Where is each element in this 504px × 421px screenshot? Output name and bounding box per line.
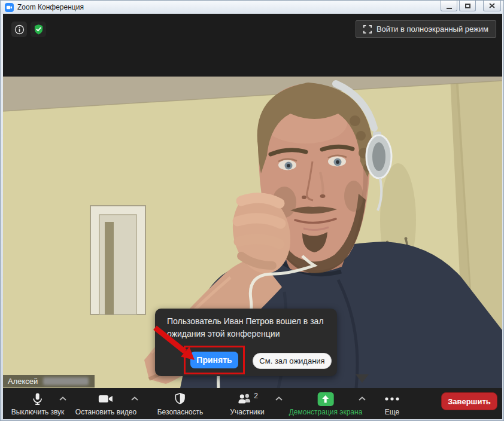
self-video-tile: Алексей Пользователь Иван Петров вошел в… (3, 77, 502, 388)
participant-name: Алексей (8, 375, 38, 388)
close-button[interactable] (483, 1, 501, 11)
mute-chevron-up-icon[interactable] (59, 396, 66, 401)
microphone-icon (31, 392, 45, 406)
meeting-content: Войти в полноэкранный режим (3, 14, 502, 419)
security-label: Безопасность (157, 408, 204, 416)
window-title: Zoom Конференция (17, 3, 84, 11)
video-camera-icon (98, 392, 114, 406)
minimize-icon (447, 8, 452, 9)
more-button[interactable]: Еще (384, 391, 400, 416)
more-label: Еще (385, 408, 399, 416)
security-button[interactable]: Безопасность (157, 391, 204, 416)
info-icon (14, 25, 25, 35)
share-screen-icon (318, 392, 334, 406)
maximize-icon (465, 4, 470, 8)
share-chevron-up-icon[interactable] (359, 396, 366, 401)
stop-video-label: Остановить видео (75, 408, 136, 416)
mute-button[interactable]: Выключить звук (11, 391, 65, 416)
share-screen-label: Демонстрация экрана (289, 408, 363, 416)
red-arrow-annotation (149, 323, 199, 365)
share-screen-button[interactable]: Демонстрация экрана (289, 391, 363, 416)
meeting-info-button[interactable] (11, 22, 27, 37)
end-meeting-button[interactable]: Завершить (441, 392, 497, 410)
window-titlebar: Zoom Конференция (1, 1, 503, 14)
encryption-shield-icon (34, 24, 44, 35)
redacted-surname (43, 377, 89, 385)
waiting-room-button[interactable]: См. зал ожидания (253, 353, 332, 369)
zoom-app-icon (5, 3, 14, 12)
participants-button[interactable]: 2 Участники (230, 391, 264, 416)
fullscreen-icon (363, 25, 372, 33)
participants-chevron-up-icon[interactable] (275, 396, 283, 401)
encryption-shield-button[interactable] (31, 22, 46, 37)
close-icon (489, 3, 495, 8)
zoom-meeting-window: Zoom Конференция (0, 0, 504, 421)
video-chevron-up-icon[interactable] (131, 396, 138, 401)
participants-icon (236, 392, 252, 405)
mute-label: Выключить звук (11, 408, 65, 416)
minimize-button[interactable] (441, 1, 457, 11)
popup-caret (356, 374, 369, 383)
stop-video-button[interactable]: Остановить видео (75, 391, 136, 416)
maximize-button[interactable] (459, 1, 476, 11)
top-strip: Войти в полноэкранный режим (3, 14, 502, 77)
window-controls (439, 1, 501, 11)
fullscreen-label: Войти в полноэкранный режим (377, 25, 488, 33)
more-dots-icon (384, 396, 400, 401)
participants-label: Участники (230, 408, 264, 416)
participant-name-tag: Алексей (3, 375, 95, 388)
fullscreen-button[interactable]: Войти в полноэкранный режим (356, 20, 496, 38)
meeting-toolbar: Выключить звук Остановить видео Безопасн… (3, 388, 502, 419)
security-shield-icon (174, 392, 187, 406)
participants-count: 2 (254, 392, 258, 400)
